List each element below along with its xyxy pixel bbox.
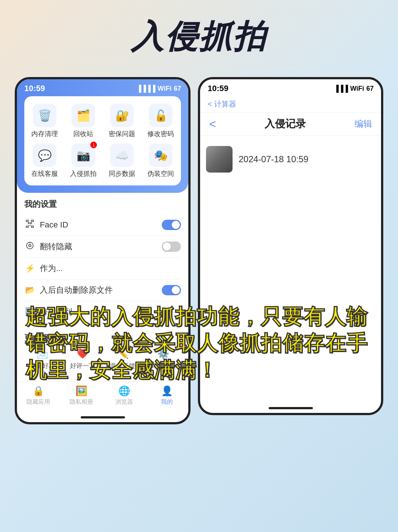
disguise-label: 伪装空间 [147,169,174,178]
more-services-title: 更多服务 [24,333,181,344]
record-item[interactable]: 2024-07-18 10:59 [206,142,375,177]
services-grid: 📩 邀请好友 ❤️ 好评一下 ✏️ 意见反馈 ⚙️ 其他设置 [24,348,181,370]
nav-private-album[interactable]: 🖼️ 隐私相册 [60,385,102,406]
battery-left: 67 [174,85,181,93]
flip-label: 翻转隐藏 [40,241,162,252]
other-settings-icon: ⚙️ [157,348,169,359]
capture-badge: 1 [90,142,97,148]
grid-item-password[interactable]: 🔓 修改密码 [144,104,178,138]
signal-right: ▐▐▐ [334,85,348,93]
grid-item-security[interactable]: 🔐 密保问题 [105,104,139,138]
svg-rect-1 [31,220,34,222]
hidden-apps-label: 隐藏应用 [27,398,50,406]
invite-label: 邀请好友 [30,362,55,370]
settings-item-as[interactable]: ⚡ 作为... [24,258,181,279]
left-phone: 10:59 ▐▐▐▐ WiFi 67 🗑️ 内存清理 🗂️ [15,77,191,424]
nav-hidden-apps[interactable]: 🔒 隐藏应用 [17,385,60,406]
settings-item-faceid[interactable]: Face ID [24,214,181,236]
review-label: 好评一下 [70,362,95,370]
service-review[interactable]: ❤️ 好评一下 [64,348,100,370]
phones-container: 10:59 ▐▐▐▐ WiFi 67 🗑️ 内存清理 🗂️ [15,77,383,424]
phone-frame-left: 10:59 ▐▐▐▐ WiFi 67 🗑️ 内存清理 🗂️ [15,77,191,424]
grid-item-disguise[interactable]: 🎭 伪装空间 [144,143,178,178]
capture-icon: 📷 1 [71,143,95,167]
security-icon: 🔐 [110,104,134,127]
svg-point-4 [28,223,29,224]
breadcrumb-bar: < 计算器 [200,96,381,112]
svg-point-7 [29,244,31,247]
phone-frame-right: 10:59 ▐▐▐ WiFi 67 < 计算器 < 入侵记录 编辑 [198,77,383,415]
settings-item-autodelete[interactable]: 📂 入后自动删除原文件 [24,279,181,301]
memory-label: 内存清理 [31,129,58,138]
as-icon: ⚡ [24,264,35,273]
settings-title: 我的设置 [24,199,181,210]
mine-label: 我的 [161,398,173,406]
record-list: 2024-07-18 10:59 [200,136,381,183]
record-page-title: 入侵记录 [265,117,306,131]
recycle-icon: 🗂️ [71,104,95,127]
service-feedback[interactable]: ✏️ 意见反馈 [105,348,141,370]
checkin-label: 每日签到 [40,306,181,317]
feedback-label: 意见反馈 [110,362,135,370]
svg-rect-0 [26,220,28,222]
more-services-section: 更多服务 📩 邀请好友 ❤️ 好评一下 ✏️ 意见反馈 ⚙ [17,329,188,374]
page-title: 入侵抓拍 [131,15,267,59]
bottom-nav: 🔒 隐藏应用 🖼️ 隐私相册 🌐 浏览器 👤 我的 [17,381,188,413]
grid-item-recycle[interactable]: 🗂️ 回收站 [67,104,100,138]
edit-button[interactable]: 编辑 [355,118,372,130]
back-button[interactable]: < [209,117,216,131]
recycle-label: 回收站 [73,129,93,138]
password-icon: 🔓 [149,104,172,127]
signal-icon: ▐▐▐▐ [137,85,156,93]
title-bar-right: < 入侵记录 编辑 [200,112,381,136]
grid-item-service[interactable]: 💬 在线客服 [28,143,62,178]
service-invite[interactable]: 📩 邀请好友 [24,348,60,370]
status-icons-left: ▐▐▐▐ WiFi 67 [137,85,181,93]
status-bar-left: 10:59 ▐▐▐▐ WiFi 67 [17,79,188,96]
review-icon: ❤️ [77,348,88,359]
wifi-right: WiFi [350,85,364,93]
as-label: 作为... [40,263,181,274]
faceid-toggle[interactable] [162,220,181,230]
autodelete-toggle[interactable] [162,285,181,295]
password-label: 修改密码 [147,129,174,138]
service-icon: 💬 [33,143,56,167]
status-bar-right: 10:59 ▐▐▐ WiFi 67 [200,79,381,96]
app-grid-header: 🗑️ 内存清理 🗂️ 回收站 🔐 密保问题 🔓 修改密码 [17,96,188,193]
record-date: 2024-07-18 10:59 [238,154,308,164]
grid-item-capture[interactable]: 📷 1 入侵抓拍 [67,143,100,178]
faceid-icon [24,219,35,230]
status-icons-right: ▐▐▐ WiFi 67 [334,85,374,93]
home-indicator-right [269,407,313,409]
app-icon-grid: 🗑️ 内存清理 🗂️ 回收站 🔐 密保问题 🔓 修改密码 [24,96,181,185]
other-settings-label: 其他设置 [151,362,176,370]
breadcrumb-text: < 计算器 [207,99,236,109]
sync-icon: ☁️ [110,143,134,167]
grid-item-sync[interactable]: ☁️ 同步数据 [105,143,139,178]
time-right: 10:59 [207,84,228,93]
autodelete-label: 入后自动删除原文件 [40,285,162,296]
checkin-icon: ☑️ [24,307,35,317]
flip-toggle[interactable] [162,241,181,252]
wifi-icon: WiFi [158,85,172,93]
security-label: 密保问题 [109,129,135,138]
battery-right: 67 [366,85,374,93]
disguise-icon: 🎭 [149,143,172,167]
svg-rect-2 [26,226,28,227]
feedback-icon: ✏️ [117,348,129,359]
right-phone: 10:59 ▐▐▐ WiFi 67 < 计算器 < 入侵记录 编辑 [198,77,383,415]
invite-icon: 📩 [36,348,48,359]
settings-item-flip[interactable]: 翻转隐藏 [24,236,181,258]
time-left: 10:59 [24,84,45,93]
settings-item-checkin[interactable]: ☑️ 每日签到 [24,301,181,323]
mine-icon: 👤 [161,385,173,397]
capture-label: 入侵抓拍 [70,169,97,178]
private-album-label: 隐私相册 [70,398,93,406]
grid-item-memory[interactable]: 🗑️ 内存清理 [28,104,62,138]
faceid-label: Face ID [40,220,162,230]
nav-browser[interactable]: 🌐 浏览器 [103,385,146,406]
nav-mine[interactable]: 👤 我的 [146,385,188,406]
service-other[interactable]: ⚙️ 其他设置 [145,348,181,370]
flip-icon [24,241,35,252]
svg-point-5 [31,223,32,224]
